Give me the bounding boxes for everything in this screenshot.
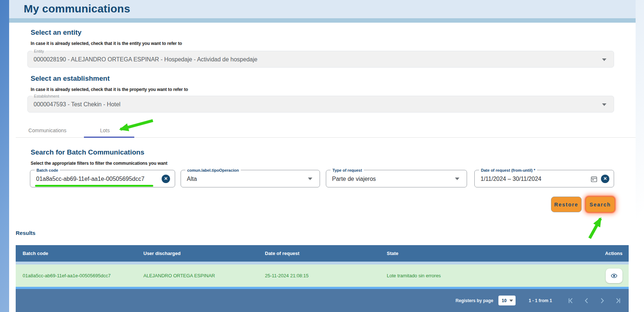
tab-lots[interactable]: Lots [77,123,133,137]
content-card: My communications Select an entity In ca… [9,0,636,312]
establishment-select-value: 0000047593 - Test Chekin - Hotel [34,96,592,113]
chevron-down-icon [602,103,606,106]
tab-communications[interactable]: Communications [16,123,78,137]
page: My communications Select an entity In ca… [0,0,644,312]
results-heading: Results [16,230,35,236]
cell-date-of-request: 25-11-2024 21:08:15 [258,273,380,278]
previous-page-icon[interactable] [583,297,591,305]
date-range-value: 1/11/2024 – 30/11/2024 [481,170,592,188]
annotation-underline [35,185,153,187]
last-page-icon[interactable] [613,297,621,305]
registers-by-page-label: Registers by page [456,298,493,303]
eye-icon [610,273,618,279]
clear-icon[interactable]: ✕ [601,175,609,183]
column-header-user-discharged: User discharged [136,251,258,256]
chevron-down-icon [308,178,312,180]
header-accent-strip [9,18,636,23]
chevron-down-icon [602,58,606,61]
table-header-separator [16,262,629,265]
view-details-button[interactable] [606,269,622,283]
first-page-icon[interactable] [567,297,575,305]
establishment-section-heading: Select an establishment [31,75,109,83]
page-size-select[interactable]: 10 [498,296,516,305]
search-section-hint: Select the appropriate filters to filter… [31,161,167,166]
clear-icon[interactable]: ✕ [162,175,170,183]
entity-select-value: 0000028190 - ALEJANDRO ORTEGA ESPINAR - … [34,51,592,68]
request-type-value: Parte de viajeros [332,170,445,188]
column-header-date-of-request: Date of request [258,251,380,256]
page-range-label: 1 - 1 from 1 [529,298,552,303]
search-button[interactable]: Search [586,197,615,212]
calendar-icon[interactable] [590,175,598,183]
table-header-row: Batch code User discharged Date of reque… [16,245,629,262]
chevron-down-icon [509,300,513,302]
table-row: 01a8a5cc-ab69-11ef-aa1e-00505695dcc7 ALE… [16,265,629,287]
page-title: My communications [24,3,130,15]
search-section-heading: Search for Batch Communications [31,148,144,156]
paginator-nav [567,297,621,305]
date-range-field[interactable]: Date of request (from-until) * 1/11/2024… [474,170,614,187]
page-header: My communications [9,0,636,18]
active-tab-indicator [84,137,134,138]
column-header-actions: Actions [584,251,629,256]
entity-section-hint: In case it is already selected, check th… [31,41,182,46]
next-page-icon[interactable] [598,297,606,305]
entity-select[interactable]: Entity 0000028190 - ALEJANDRO ORTEGA ESP… [27,51,614,68]
cell-state: Lote tramitado sin errores [380,273,584,278]
chevron-down-icon [455,178,459,180]
column-header-state: State [380,251,584,256]
page-size-value: 10 [502,298,506,303]
entity-section-heading: Select an entity [31,28,81,37]
restore-button[interactable]: Restore [551,197,582,212]
column-header-batch-code: Batch code [16,251,136,256]
operation-type-select[interactable]: comun.label.tipoOperacion Alta [181,170,320,187]
cell-user-discharged: ALEJANDRO ORTEGA ESPINAR [136,273,258,278]
cell-batch-code: 01a8a5cc-ab69-11ef-aa1e-00505695dcc7 [16,273,136,278]
operation-type-value: Alta [187,170,298,188]
request-type-select[interactable]: Type of request Parte de viajeros [326,170,467,187]
establishment-select[interactable]: Establishment 0000047593 - Test Chekin -… [27,96,614,113]
table-paginator: Registers by page 10 1 - 1 from 1 [16,289,629,312]
establishment-section-hint: In case it is already selected, check th… [31,87,188,92]
